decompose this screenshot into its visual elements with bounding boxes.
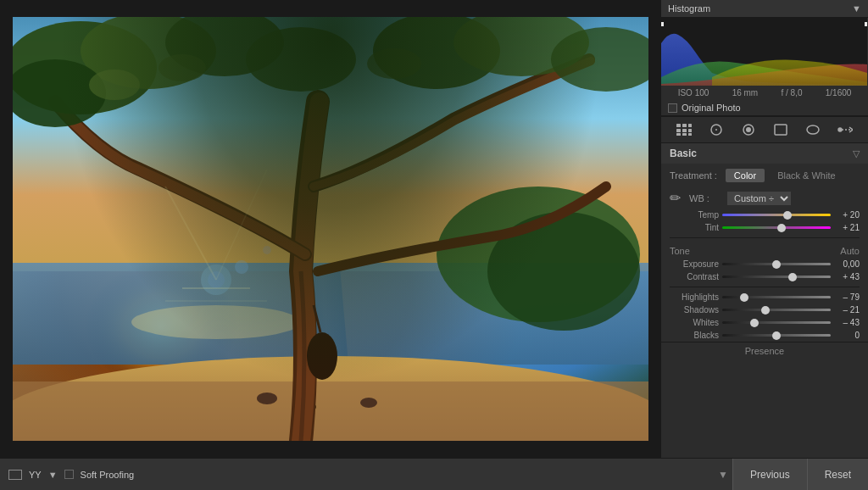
eyedropper-icon[interactable]: ✏: [670, 190, 681, 206]
contrast-slider-row: Contrast + 43: [661, 270, 868, 283]
svg-rect-34: [865, 22, 867, 26]
temp-thumb[interactable]: [783, 211, 792, 220]
tint-label: Tint: [670, 223, 719, 232]
whites-slider[interactable]: [722, 321, 831, 324]
tint-slider-row: Tint + 21: [661, 221, 868, 234]
svg-point-17: [13, 21, 157, 114]
aperture-value: f / 8,0: [781, 88, 802, 97]
svg-point-11: [303, 403, 316, 411]
shadows-value: – 21: [834, 305, 860, 315]
frame-icon[interactable]: [8, 470, 22, 480]
svg-point-19: [165, 17, 284, 76]
svg-rect-35: [676, 124, 681, 127]
dropdown-arrow[interactable]: ▼: [48, 470, 58, 480]
svg-point-49: [807, 125, 819, 134]
svg-rect-41: [676, 133, 681, 136]
circle-tool-button[interactable]: [705, 121, 727, 138]
svg-point-45: [715, 129, 717, 131]
tone-label: Tone: [670, 246, 690, 256]
auto-button[interactable]: Auto: [840, 246, 860, 256]
shutter-value: 1/1600: [826, 88, 852, 97]
svg-point-10: [257, 393, 277, 404]
shadows-label: Shadows: [670, 305, 719, 315]
photo-container: [13, 17, 648, 441]
svg-rect-48: [775, 125, 787, 135]
whites-thumb[interactable]: [750, 319, 759, 327]
svg-point-30: [235, 260, 248, 274]
svg-point-25: [89, 70, 140, 100]
svg-point-50: [838, 128, 842, 131]
svg-rect-4: [13, 263, 648, 365]
reset-button[interactable]: Reset: [807, 459, 868, 491]
shadows-thumb[interactable]: [761, 306, 770, 315]
divider-1: [670, 237, 860, 238]
shadows-slider[interactable]: [722, 309, 831, 311]
svg-point-31: [263, 246, 271, 254]
contrast-slider[interactable]: [722, 276, 831, 278]
highlights-slider[interactable]: [722, 296, 831, 298]
iso-value: ISO 100: [678, 88, 709, 97]
svg-line-28: [165, 187, 216, 280]
temp-label: Temp: [670, 210, 719, 220]
scroll-down-area[interactable]: ▼: [370, 469, 732, 481]
rect-tool-button[interactable]: [770, 121, 792, 138]
svg-point-24: [551, 27, 648, 92]
oval-tool-button[interactable]: [802, 121, 824, 138]
contrast-thumb[interactable]: [788, 273, 797, 281]
bw-treatment-button[interactable]: Black & White: [769, 169, 843, 182]
previous-button[interactable]: Previous: [732, 459, 807, 491]
divider-2: [670, 287, 860, 287]
svg-rect-38: [676, 129, 681, 132]
highlights-thumb[interactable]: [740, 293, 748, 302]
yy-label[interactable]: YY: [29, 470, 42, 480]
svg-point-12: [360, 398, 377, 408]
bottom-right: Previous Reset: [732, 459, 868, 491]
original-photo-label: Original Photo: [682, 103, 741, 113]
filled-circle-tool-button[interactable]: [737, 121, 760, 138]
grid-tool-button[interactable]: [673, 121, 695, 138]
svg-point-20: [13, 59, 106, 127]
presence-label: Presence: [745, 346, 784, 356]
temp-slider[interactable]: [722, 214, 831, 216]
svg-point-23: [453, 17, 589, 76]
tools-row: [661, 116, 868, 143]
photo-image: [13, 17, 648, 441]
basic-title: Basic: [670, 148, 697, 159]
wb-select[interactable]: Custom ÷ As Shot Auto: [727, 192, 791, 205]
photo-panel: [0, 0, 660, 458]
highlights-label: Highlights: [670, 292, 719, 302]
soft-proofing-checkbox[interactable]: [64, 470, 74, 479]
whites-label: Whites: [670, 318, 719, 327]
line-tool-button[interactable]: [834, 121, 856, 138]
svg-point-15: [307, 332, 337, 380]
highlights-slider-row: Highlights – 79: [661, 291, 868, 303]
temp-value: + 20: [834, 210, 860, 220]
exposure-thumb[interactable]: [772, 260, 781, 269]
svg-rect-36: [682, 124, 687, 127]
svg-point-18: [81, 17, 216, 89]
histogram-dropdown-icon[interactable]: ▼: [852, 3, 861, 14]
histogram-canvas: [661, 18, 867, 86]
tint-thumb[interactable]: [777, 224, 786, 232]
histogram-svg: [661, 18, 867, 86]
svg-rect-33: [661, 22, 664, 26]
treatment-row: Treatment : Color Black & White: [661, 164, 868, 187]
exposure-slider[interactable]: [722, 263, 831, 265]
basic-section[interactable]: Basic ▽ Treatment : Color Black & White …: [661, 143, 868, 458]
histogram-section: Histogram ▼: [661, 0, 868, 116]
blacks-slider[interactable]: [722, 334, 831, 337]
color-treatment-button[interactable]: Color: [726, 169, 765, 182]
original-photo-checkbox[interactable]: [668, 103, 677, 113]
main-area: Histogram ▼: [0, 0, 868, 458]
tint-slider[interactable]: [722, 226, 831, 229]
svg-rect-40: [688, 129, 692, 132]
exposure-label: Exposure: [670, 259, 719, 269]
svg-rect-39: [682, 129, 687, 132]
tone-header: Tone Auto: [661, 242, 868, 258]
svg-point-26: [159, 54, 206, 81]
right-panel: Histogram ▼: [660, 0, 868, 458]
svg-point-8: [13, 356, 648, 441]
soft-proofing-label: Soft Proofing: [81, 470, 135, 480]
svg-point-3: [208, 271, 225, 288]
blacks-thumb[interactable]: [772, 331, 781, 340]
